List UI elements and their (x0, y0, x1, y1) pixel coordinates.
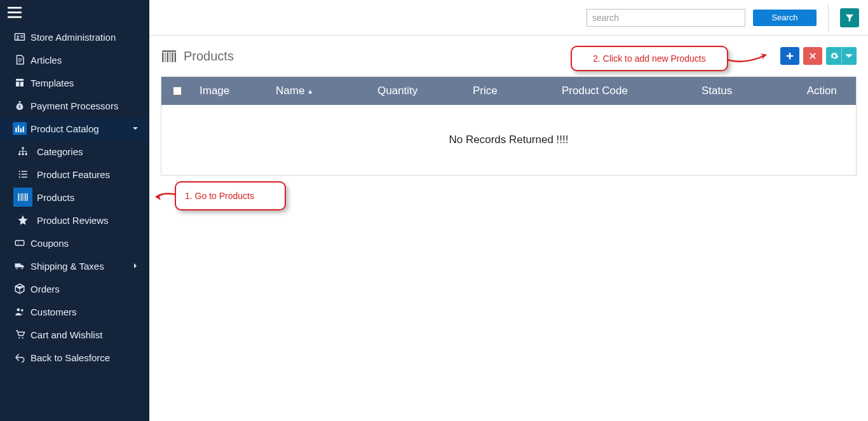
column-code[interactable]: Product Code (555, 85, 695, 97)
plus-icon (785, 52, 794, 60)
svg-rect-44 (175, 53, 176, 62)
sidebar-label: Categories (37, 146, 140, 157)
svg-rect-11 (15, 128, 17, 133)
svg-rect-26 (20, 193, 21, 201)
column-image[interactable]: Image (193, 85, 269, 97)
svg-rect-41 (167, 53, 168, 62)
id-card-icon (9, 31, 31, 43)
column-quantity[interactable]: Quantity (371, 85, 466, 97)
sidebar-label: Product Catalog (31, 123, 130, 134)
list-icon (9, 169, 37, 180)
sidebar-item-articles[interactable]: Articles (0, 48, 149, 71)
svg-point-33 (21, 267, 23, 269)
funnel-icon (844, 13, 855, 23)
svg-rect-31 (15, 240, 24, 245)
svg-rect-13 (20, 128, 22, 132)
filter-button[interactable] (840, 8, 859, 27)
add-button[interactable] (780, 47, 799, 65)
column-status[interactable]: Status (695, 85, 771, 97)
svg-point-19 (19, 170, 20, 172)
select-all-checkbox[interactable] (173, 86, 182, 95)
sidebar-item-product-catalog[interactable]: Product Catalog (0, 117, 149, 140)
sidebar-sub-features[interactable]: Product Features (0, 163, 149, 186)
back-arrow-icon (9, 352, 31, 363)
sidebar: Store Administration Articles Templates … (0, 0, 149, 421)
article-icon (9, 54, 31, 66)
hamburger-icon (6, 6, 23, 20)
svg-point-20 (19, 174, 20, 175)
content: Products Image Name▲ Quantity Price Prod… (149, 36, 868, 421)
settings-dropdown-button[interactable] (826, 47, 857, 65)
sidebar-item-payment[interactable]: $ Payment Processors (0, 94, 149, 117)
nav-menu: Store Administration Articles Templates … (0, 25, 149, 369)
topbar: Search (149, 0, 868, 36)
action-bar (780, 47, 857, 65)
svg-rect-23 (22, 174, 27, 175)
svg-rect-27 (22, 193, 23, 201)
caret-down-icon (130, 125, 140, 132)
column-price[interactable]: Price (466, 85, 555, 97)
callout-2: 2. Click to add new Products (571, 46, 728, 71)
sidebar-item-back-salesforce[interactable]: Back to Salesforce (0, 346, 149, 369)
sidebar-label: Templates (31, 78, 140, 88)
svg-point-4 (17, 36, 19, 38)
callout-2-pointer (727, 51, 768, 67)
svg-rect-6 (20, 37, 24, 38)
callout-2-text: 2. Click to add new Products (593, 53, 705, 64)
svg-rect-39 (162, 53, 163, 62)
table-header: Image Name▲ Quantity Price Product Code … (161, 77, 856, 105)
svg-rect-43 (172, 53, 173, 62)
svg-rect-5 (20, 36, 24, 36)
svg-rect-22 (22, 171, 27, 172)
sidebar-label: Coupons (31, 238, 140, 249)
sort-asc-icon: ▲ (307, 88, 313, 95)
sidebar-item-cart[interactable]: Cart and Wishlist (0, 323, 149, 346)
sidebar-item-store-admin[interactable]: Store Administration (0, 25, 149, 48)
svg-rect-25 (18, 193, 20, 201)
svg-rect-46 (787, 55, 794, 57)
star-icon (9, 214, 37, 226)
sidebar-sub-reviews[interactable]: Product Reviews (0, 209, 149, 231)
separator (828, 4, 829, 32)
sidebar-sub-products[interactable]: Products (0, 186, 149, 209)
sidebar-label: Customers (31, 307, 140, 317)
ticket-icon (9, 237, 31, 249)
sidebar-label: Articles (31, 55, 140, 66)
svg-rect-0 (8, 7, 22, 9)
empty-message: No Records Returned !!!! (449, 134, 568, 146)
svg-rect-24 (22, 177, 27, 178)
search-input[interactable] (587, 9, 745, 27)
template-icon (9, 77, 31, 88)
sidebar-label: Shipping & Taxes (31, 261, 130, 272)
table-body: No Records Returned !!!! (161, 105, 856, 175)
users-icon (9, 306, 31, 317)
truck-icon (9, 260, 31, 272)
sidebar-item-orders[interactable]: Orders (0, 277, 149, 300)
svg-rect-42 (170, 53, 170, 62)
sidebar-item-templates[interactable]: Templates (0, 71, 149, 94)
sidebar-item-shipping[interactable]: Shipping & Taxes (0, 254, 149, 277)
delete-button[interactable] (803, 47, 822, 65)
catalog-icon (9, 122, 31, 135)
svg-rect-12 (18, 126, 19, 133)
svg-rect-9 (20, 82, 24, 87)
callout-1: 1. Go to Products (175, 181, 286, 210)
hamburger-menu[interactable] (0, 0, 149, 25)
money-bag-icon: $ (9, 100, 31, 111)
svg-point-34 (17, 308, 20, 312)
column-name-label: Name (276, 85, 304, 97)
chevron-down-icon (844, 52, 853, 60)
sidebar-sub-categories[interactable]: Categories (0, 140, 149, 163)
gear-icon (830, 52, 839, 60)
cart-icon (9, 329, 31, 340)
select-all-cell (161, 86, 193, 95)
sidebar-label: Store Administration (31, 32, 140, 43)
box-icon (9, 283, 31, 294)
search-button[interactable]: Search (753, 10, 817, 26)
sidebar-item-customers[interactable]: Customers (0, 300, 149, 323)
column-name[interactable]: Name▲ (269, 85, 371, 97)
svg-rect-15 (22, 147, 24, 149)
sidebar-label: Back to Salesforce (31, 352, 140, 363)
sidebar-item-coupons[interactable]: Coupons (0, 231, 149, 254)
sidebar-label: Payment Processors (31, 100, 140, 111)
